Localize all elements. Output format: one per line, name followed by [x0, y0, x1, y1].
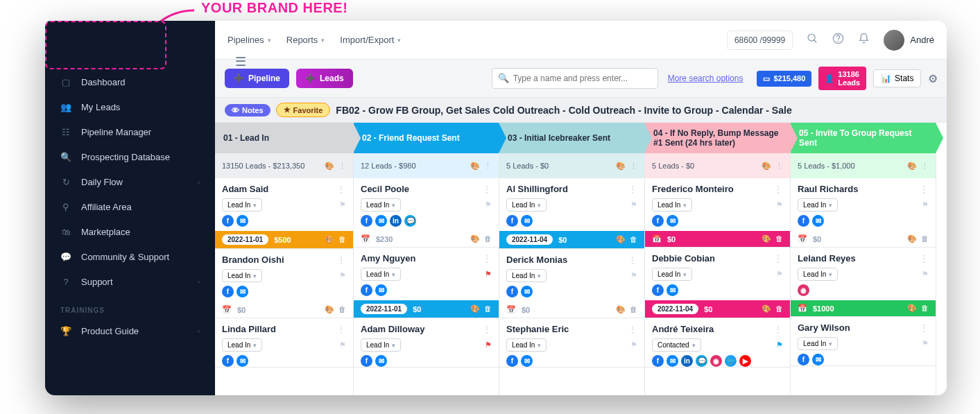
more-icon[interactable]: ⋮	[630, 162, 637, 171]
palette-icon[interactable]: 🎨	[616, 162, 626, 171]
fb-icon[interactable]: f	[222, 355, 234, 367]
sidebar-item-support[interactable]: ?Support›	[45, 269, 215, 294]
lead-card[interactable]: Raul Richards⋮Lead In ▾⚑f✉📅$0🎨🗑	[791, 178, 936, 248]
tw-icon[interactable]: 🐦	[725, 355, 737, 367]
fb-icon[interactable]: f	[506, 286, 518, 297]
sidebar-item-prospecting-database[interactable]: 🔍Prospecting Database	[45, 144, 215, 169]
more-icon[interactable]: ⋮	[919, 184, 929, 195]
palette-icon[interactable]: 🎨	[907, 234, 917, 243]
bell-icon[interactable]	[858, 33, 870, 48]
stage-select[interactable]: Lead In ▾	[506, 269, 547, 282]
more-search-link[interactable]: More search options	[668, 74, 743, 83]
more-icon[interactable]: ⋮	[336, 255, 346, 266]
fb-icon[interactable]: f	[652, 215, 664, 227]
flag-icon[interactable]: ⚑	[630, 271, 637, 280]
flag-icon[interactable]: ⚑	[630, 340, 637, 350]
flag-icon[interactable]: ⚑	[922, 270, 929, 279]
sidebar-item-product-guide[interactable]: 🏆Product Guide›	[45, 318, 215, 343]
flag-icon[interactable]: ⚑	[776, 200, 783, 209]
trash-icon[interactable]: 🗑	[630, 235, 637, 244]
fb-icon[interactable]: f	[361, 215, 372, 227]
palette-icon[interactable]: 🎨	[907, 162, 917, 171]
fb-icon[interactable]: f	[652, 284, 664, 296]
trash-icon[interactable]: 🗑	[484, 234, 492, 243]
notes-chip[interactable]: 👁 Notes	[225, 104, 270, 117]
column-header[interactable]: 04 - If No Reply, Bump Message #1 Sent (…	[645, 123, 790, 153]
sidebar-item-marketplace[interactable]: 🛍Marketplace	[45, 219, 215, 244]
palette-icon[interactable]: 🎨	[762, 304, 771, 313]
ch-icon[interactable]: 💬	[696, 355, 707, 367]
search-icon[interactable]	[807, 33, 818, 48]
more-icon[interactable]: ⋮	[921, 162, 929, 171]
palette-icon[interactable]: 🎨	[616, 235, 626, 244]
column-header[interactable]: 01 - Lead In	[215, 123, 353, 153]
favorite-chip[interactable]: ★ Favorite	[276, 103, 331, 117]
flag-icon[interactable]: ⚑	[630, 200, 637, 209]
fb-icon[interactable]: f	[798, 354, 809, 365]
flag-icon[interactable]: ⚑	[339, 271, 346, 280]
ms-icon[interactable]: ✉	[521, 286, 533, 297]
fb-icon[interactable]: f	[798, 215, 809, 227]
topmenu-reports[interactable]: Reports ▾	[286, 35, 325, 45]
yt-icon[interactable]: ▶	[739, 355, 751, 367]
more-icon[interactable]: ⋮	[336, 184, 346, 195]
sidebar-item-community-support[interactable]: 💬Community & Support	[45, 244, 215, 269]
fb-icon[interactable]: f	[506, 355, 518, 367]
lead-card[interactable]: Leland Reyes⋮Lead In ▾⚑◉📅$1000🎨🗑	[791, 248, 936, 317]
lead-card[interactable]: André Teixeira⋮Contacted ▾⚑f✉in💬◉🐦▶	[645, 318, 790, 368]
more-icon[interactable]: ⋮	[773, 184, 783, 195]
palette-icon[interactable]: 🎨	[325, 235, 334, 244]
lead-card[interactable]: Adam Dilloway⋮Lead In ▾⚑f✉	[354, 318, 499, 368]
column-header[interactable]: 05 - Invite To Group Request Sent	[791, 123, 936, 153]
stage-select[interactable]: Contacted ▾	[652, 338, 701, 352]
ms-icon[interactable]: ✉	[521, 215, 533, 227]
pipeline-button[interactable]: ➕Pipeline	[225, 69, 289, 88]
more-icon[interactable]: ⋮	[628, 255, 637, 266]
leads-button[interactable]: ➕Leads	[296, 69, 353, 88]
ig-icon[interactable]: ◉	[710, 355, 722, 367]
lead-card[interactable]: Frederico Monteiro⋮Lead In ▾⚑f✉📅$0🎨🗑	[645, 178, 790, 248]
lead-card[interactable]: Linda Pillard⋮Lead In ▾⚑f✉	[215, 318, 353, 368]
stats-button[interactable]: 📊 Stats	[873, 69, 921, 87]
ms-icon[interactable]: ✉	[667, 355, 678, 367]
stage-select[interactable]: Lead In ▾	[361, 268, 401, 281]
li-icon[interactable]: in	[390, 215, 402, 227]
stage-select[interactable]: Lead In ▾	[798, 268, 838, 281]
ms-icon[interactable]: ✉	[237, 215, 248, 227]
ms-icon[interactable]: ✉	[521, 355, 533, 367]
ms-icon[interactable]: ✉	[812, 215, 824, 227]
flag-icon[interactable]: ⚑	[776, 340, 783, 350]
calendar-icon[interactable]: 📅	[506, 305, 516, 314]
fb-icon[interactable]: f	[222, 215, 234, 227]
li-icon[interactable]: in	[681, 355, 693, 367]
lead-card[interactable]: Cecil Poole⋮Lead In ▾⚑f✉in💬📅$230🎨🗑	[354, 178, 499, 248]
more-icon[interactable]: ⋮	[484, 162, 492, 171]
flag-icon[interactable]: ⚑	[922, 200, 929, 209]
sidebar-item-dashboard[interactable]: ▢Dashboard	[45, 69, 215, 94]
lead-card[interactable]: Al Shillingford⋮Lead In ▾⚑f✉2022-11-04$0…	[499, 178, 644, 249]
palette-icon[interactable]: 🎨	[762, 234, 771, 243]
fb-icon[interactable]: f	[652, 355, 664, 367]
stage-select[interactable]: Lead In ▾	[222, 198, 262, 212]
stage-select[interactable]: Lead In ▾	[652, 268, 692, 281]
ig-icon[interactable]: ◉	[798, 284, 809, 296]
ch-icon[interactable]: 💬	[404, 215, 416, 227]
more-icon[interactable]: ⋮	[482, 184, 492, 195]
trash-icon[interactable]: 🗑	[921, 234, 929, 243]
stage-select[interactable]: Lead In ▾	[798, 337, 838, 350]
flag-icon[interactable]: ⚑	[485, 340, 492, 350]
stage-select[interactable]: Lead In ▾	[652, 198, 692, 212]
flag-icon[interactable]: ⚑	[922, 339, 929, 348]
flag-icon[interactable]: ⚑	[339, 200, 346, 209]
lead-card[interactable]: Derick Monias⋮Lead In ▾⚑f✉📅$0🎨🗑	[499, 249, 644, 318]
palette-icon[interactable]: 🎨	[470, 234, 480, 243]
calendar-icon[interactable]: 📅	[652, 234, 662, 243]
stage-select[interactable]: Lead In ▾	[222, 338, 262, 352]
more-icon[interactable]: ⋮	[919, 253, 929, 264]
fb-icon[interactable]: f	[222, 286, 234, 297]
sidebar-item-affiliate-area[interactable]: ⚲Affiliate Area	[45, 194, 215, 219]
lead-card[interactable]: Gary Wilson⋮Lead In ▾⚑f✉	[791, 317, 936, 366]
stage-select[interactable]: Lead In ▾	[506, 338, 547, 352]
calendar-icon[interactable]: 📅	[361, 234, 370, 243]
flag-icon[interactable]: ⚑	[339, 340, 346, 350]
